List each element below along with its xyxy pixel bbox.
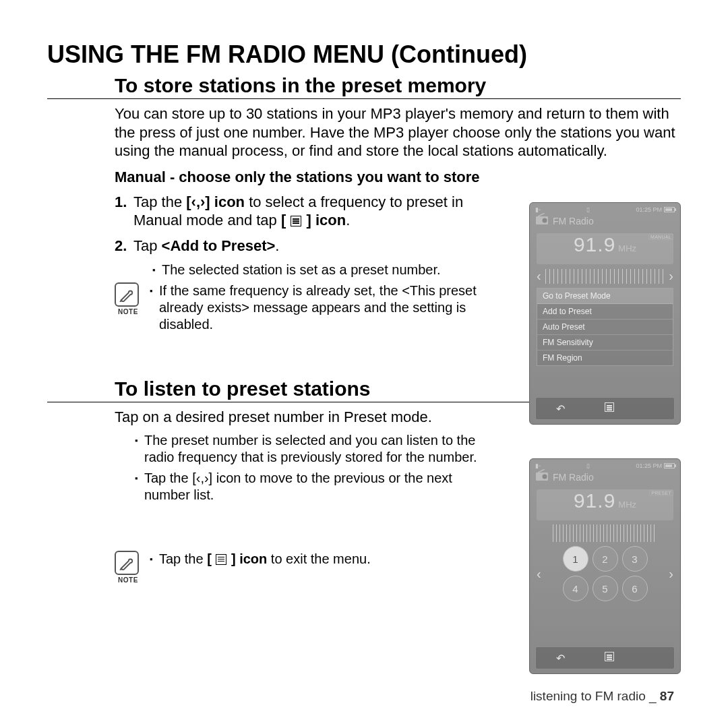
listen-bullet-2: Tap the [‹,›] icon to move to the previo…: [135, 470, 492, 504]
note-icon: [115, 551, 139, 575]
note-same-frequency: If the same frequency is already set, th…: [150, 282, 492, 333]
step-1: 1. Tap the [‹,›] icon to select a freque…: [115, 193, 492, 230]
preset-prev-icon[interactable]: ‹: [537, 566, 541, 582]
step-2: 2. Tap <Add to Preset>.: [115, 237, 492, 255]
menu-icon: [291, 216, 301, 226]
device-mockup-preset: ▮◦ ▯ 01:25 PM FM Radio PRESET 91.9 MHz ‹…: [529, 458, 681, 674]
device-title: FM Radio: [553, 472, 594, 483]
frequency-unit: MHz: [618, 243, 636, 253]
preset-4[interactable]: 4: [563, 576, 588, 601]
svg-point-1: [543, 218, 547, 223]
preset-2[interactable]: 2: [593, 546, 618, 572]
preset-1[interactable]: 1: [563, 546, 588, 572]
tune-left-icon[interactable]: ‹: [537, 268, 541, 284]
menu-icon: [216, 554, 226, 565]
step-2-number: 2.: [115, 237, 133, 255]
step-1-text-e: .: [346, 212, 350, 229]
menu-goto-preset[interactable]: Go to Preset Mode: [537, 289, 673, 304]
radio-icon: [535, 213, 550, 227]
svg-line-5: [538, 469, 545, 473]
device-title: FM Radio: [553, 216, 594, 226]
menu-fm-sensitivity[interactable]: FM Sensitivity: [537, 335, 673, 351]
tuner-scale[interactable]: [545, 269, 665, 284]
context-menu: Go to Preset Mode Add to Preset Auto Pre…: [537, 288, 673, 366]
preset-5[interactable]: 5: [593, 576, 618, 601]
note-label: NOTE: [115, 308, 142, 317]
menu-auto-preset[interactable]: Auto Preset: [537, 320, 673, 335]
battery-icon: [664, 207, 675, 212]
page-number: 87: [660, 689, 674, 703]
frequency-unit: MHz: [618, 499, 636, 510]
note-label: NOTE: [115, 576, 142, 585]
mode-badge-preset: PRESET: [649, 490, 673, 496]
note-icon: [115, 282, 139, 307]
preset-3[interactable]: 3: [622, 546, 648, 572]
section-heading-store: To store stations in the preset memory: [47, 74, 681, 99]
frequency-value: 91.9: [574, 489, 615, 512]
frequency-value: 91.9: [574, 233, 615, 256]
menu-add-preset[interactable]: Add to Preset: [537, 304, 673, 320]
step-1-number: 1.: [115, 193, 133, 230]
step-1-text-a: Tap the: [133, 193, 186, 210]
signal-icon: ▮◦: [535, 206, 541, 213]
device-mockup-manual: ▮◦ ▯ 01:25 PM FM Radio MANUAL 91.9 MHz ‹…: [529, 202, 681, 425]
menu-fm-region[interactable]: FM Region: [537, 351, 673, 365]
step-2-result: The selected station is set as a preset …: [152, 262, 492, 278]
section-intro-store: You can store up to 30 stations in your …: [47, 104, 681, 160]
manual-subheading: Manual - choose only the stations you wa…: [47, 169, 681, 186]
page-title: USING THE FM RADIO MENU (Continued): [47, 40, 681, 69]
section-intro-listen: Tap on a desired preset number in Preset…: [115, 408, 492, 427]
signal-icon: ▮◦: [535, 462, 541, 469]
svg-line-2: [538, 213, 545, 216]
tune-right-icon[interactable]: ›: [669, 268, 673, 284]
preset-6[interactable]: 6: [622, 576, 648, 601]
note-exit-menu: Tap the [ ] icon to exit the menu.: [150, 551, 371, 568]
arrow-icons-label: [‹,›] icon: [186, 193, 245, 210]
battery-icon: [664, 463, 675, 468]
status-time: 01:25 PM: [636, 462, 662, 469]
preset-next-icon[interactable]: ›: [669, 566, 673, 582]
page-footer: listening to FM radio _ 87: [530, 689, 674, 704]
mode-badge-manual: MANUAL: [648, 234, 673, 240]
menu-button-icon[interactable]: [605, 652, 614, 664]
status-time: 01:25 PM: [636, 206, 662, 213]
radio-icon: [535, 469, 550, 483]
listen-bullet-1: The preset number is selected and you ca…: [135, 432, 492, 466]
svg-point-4: [543, 475, 547, 479]
step-2-text-a: Tap: [133, 237, 162, 254]
back-icon[interactable]: ↶: [556, 652, 565, 665]
step-2-text-c: .: [275, 237, 279, 254]
step-2-add-preset: <Add to Preset>: [162, 237, 276, 254]
preset-grid: 1 2 3 4 5 6: [563, 546, 648, 601]
tuner-scale: [553, 524, 657, 542]
